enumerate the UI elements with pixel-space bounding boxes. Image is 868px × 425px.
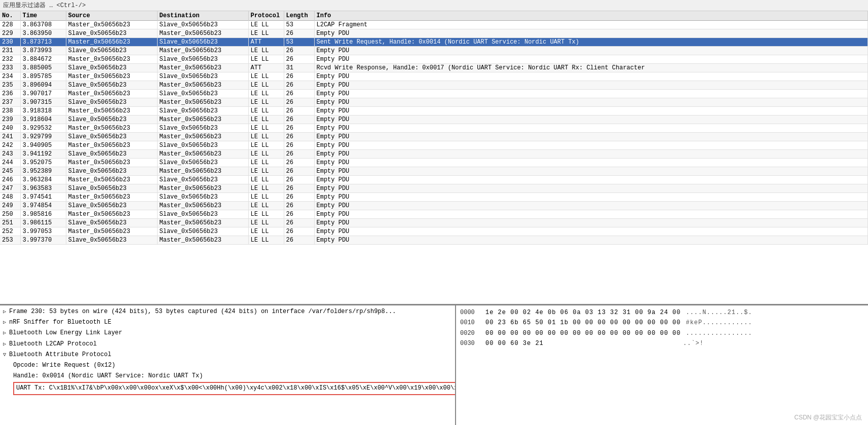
table-row[interactable]: 2293.863950Slave_0x50656b23Master_0x5065… bbox=[0, 29, 868, 38]
cell-proto: LE LL bbox=[248, 219, 284, 227]
cell-time: 3.940905 bbox=[20, 141, 66, 150]
cell-info: Sent Write Request, Handle: 0x0014 (Nord… bbox=[314, 38, 868, 47]
hex-bytes: 00 00 00 00 00 00 00 00 00 00 00 00 00 0… bbox=[485, 328, 681, 338]
table-row[interactable]: 2313.873993Slave_0x50656b23Master_0x5065… bbox=[0, 47, 868, 55]
cell-source: Slave_0x50656b23 bbox=[66, 81, 157, 90]
packet-tbody: 2283.863708Master_0x50656b23Slave_0x5065… bbox=[0, 21, 868, 245]
cell-proto: ATT bbox=[248, 38, 284, 47]
detail-line[interactable]: UART Tx: C\x1B1%\xI7&\bP\x00x\x00\x00ox\… bbox=[1, 381, 454, 395]
detail-line[interactable]: Bluetooth Low Energy Link Layer bbox=[1, 328, 454, 338]
cell-source: Master_0x50656b23 bbox=[66, 210, 157, 219]
table-row[interactable]: 2423.940905Master_0x50656b23Slave_0x5065… bbox=[0, 141, 868, 150]
cell-no: 248 bbox=[0, 193, 20, 202]
cell-source: Slave_0x50656b23 bbox=[66, 167, 157, 176]
cell-proto: LE LL bbox=[248, 184, 284, 193]
table-row[interactable]: 2393.918604Slave_0x50656b23Master_0x5065… bbox=[0, 115, 868, 124]
table-row[interactable]: 2523.997053Master_0x50656b23Slave_0x5065… bbox=[0, 227, 868, 236]
cell-no: 234 bbox=[0, 72, 20, 81]
cell-info: Empty PDU bbox=[314, 184, 868, 193]
detail-line[interactable]: Bluetooth L2CAP Protocol bbox=[1, 339, 454, 350]
hex-offset: 0010 bbox=[460, 318, 480, 328]
detail-line[interactable]: Handle: 0x0014 (Nordic UART Service: Nor… bbox=[1, 371, 454, 381]
detail-line[interactable]: Bluetooth Attribute Protocol bbox=[1, 350, 454, 360]
table-row[interactable]: 2343.895785Master_0x50656b23Slave_0x5065… bbox=[0, 72, 868, 81]
table-row[interactable]: 2433.941192Slave_0x50656b23Master_0x5065… bbox=[0, 150, 868, 159]
table-row[interactable]: 2503.985816Master_0x50656b23Slave_0x5065… bbox=[0, 210, 868, 219]
cell-proto: LE LL bbox=[248, 115, 284, 124]
cell-info: Empty PDU bbox=[314, 167, 868, 176]
cell-length: 26 bbox=[284, 236, 314, 245]
cell-source: Slave_0x50656b23 bbox=[66, 64, 157, 72]
table-row[interactable]: 2303.873713Master_0x50656b23Slave_0x5065… bbox=[0, 38, 868, 47]
cell-no: 251 bbox=[0, 219, 20, 227]
cell-proto: LE LL bbox=[248, 124, 284, 133]
table-row[interactable]: 2413.929799Slave_0x50656b23Master_0x5065… bbox=[0, 133, 868, 141]
cell-info: Empty PDU bbox=[314, 150, 868, 159]
cell-length: 26 bbox=[284, 176, 314, 184]
cell-dest: Slave_0x50656b23 bbox=[157, 210, 248, 219]
cell-length: 26 bbox=[284, 193, 314, 202]
detail-line[interactable]: Opcode: Write Request (0x12) bbox=[1, 360, 454, 371]
detail-line[interactable]: Frame 230: 53 bytes on wire (424 bits), … bbox=[1, 306, 454, 317]
table-row[interactable]: 2463.963284Master_0x50656b23Slave_0x5065… bbox=[0, 176, 868, 184]
cell-info: Empty PDU bbox=[314, 98, 868, 107]
cell-proto: LE LL bbox=[248, 29, 284, 38]
col-header-time: Time bbox=[20, 11, 66, 21]
cell-proto: LE LL bbox=[248, 141, 284, 150]
cell-no: 242 bbox=[0, 141, 20, 150]
cell-source: Master_0x50656b23 bbox=[66, 141, 157, 150]
cell-length: 26 bbox=[284, 72, 314, 81]
title-bar: 应用显示过滤器 … <Ctrl-/> bbox=[0, 0, 868, 11]
cell-dest: Slave_0x50656b23 bbox=[157, 38, 248, 47]
detail-line[interactable]: nRF Sniffer for Bluetooth LE bbox=[1, 317, 454, 328]
table-row[interactable]: 2483.974541Master_0x50656b23Slave_0x5065… bbox=[0, 193, 868, 202]
cell-dest: Master_0x50656b23 bbox=[157, 115, 248, 124]
table-row[interactable]: 2323.884672Master_0x50656b23Slave_0x5065… bbox=[0, 55, 868, 64]
cell-source: Slave_0x50656b23 bbox=[66, 184, 157, 193]
cell-dest: Slave_0x50656b23 bbox=[157, 124, 248, 133]
table-row[interactable]: 2513.986115Slave_0x50656b23Master_0x5065… bbox=[0, 219, 868, 227]
table-row[interactable]: 2443.952075Master_0x50656b23Slave_0x5065… bbox=[0, 159, 868, 167]
cell-dest: Master_0x50656b23 bbox=[157, 98, 248, 107]
table-row[interactable]: 2363.907017Master_0x50656b23Slave_0x5065… bbox=[0, 90, 868, 98]
table-row[interactable]: 2333.885005Slave_0x50656b23Master_0x5065… bbox=[0, 64, 868, 72]
cell-time: 3.952389 bbox=[20, 167, 66, 176]
cell-dest: Slave_0x50656b23 bbox=[157, 90, 248, 98]
cell-time: 3.918604 bbox=[20, 115, 66, 124]
table-row[interactable]: 2283.863708Master_0x50656b23Slave_0x5065… bbox=[0, 21, 868, 29]
cell-dest: Master_0x50656b23 bbox=[157, 202, 248, 210]
cell-proto: LE LL bbox=[248, 159, 284, 167]
cell-no: 249 bbox=[0, 202, 20, 210]
hex-pane[interactable]: 00001e 2e 00 02 4e 0b 06 0a 03 13 32 31 … bbox=[456, 305, 868, 425]
cell-time: 3.896094 bbox=[20, 81, 66, 90]
detail-pane[interactable]: Frame 230: 53 bytes on wire (424 bits), … bbox=[0, 305, 456, 425]
hex-offset: 0020 bbox=[460, 328, 480, 338]
table-row[interactable]: 2353.896094Slave_0x50656b23Master_0x5065… bbox=[0, 81, 868, 90]
table-row[interactable]: 2533.997370Slave_0x50656b23Master_0x5065… bbox=[0, 236, 868, 245]
hex-row: 002000 00 00 00 00 00 00 00 00 00 00 00 … bbox=[460, 328, 864, 338]
hex-content: 00001e 2e 00 02 4e 0b 06 0a 03 13 32 31 … bbox=[460, 307, 864, 349]
cell-dest: Slave_0x50656b23 bbox=[157, 193, 248, 202]
cell-proto: LE LL bbox=[248, 21, 284, 29]
table-row[interactable]: 2383.918318Master_0x50656b23Slave_0x5065… bbox=[0, 107, 868, 115]
table-row[interactable]: 2453.952389Slave_0x50656b23Master_0x5065… bbox=[0, 167, 868, 176]
cell-no: 236 bbox=[0, 90, 20, 98]
cell-proto: LE LL bbox=[248, 47, 284, 55]
table-row[interactable]: 2473.963583Slave_0x50656b23Master_0x5065… bbox=[0, 184, 868, 193]
cell-info: Empty PDU bbox=[314, 227, 868, 236]
table-row[interactable]: 2373.907315Slave_0x50656b23Master_0x5065… bbox=[0, 98, 868, 107]
cell-dest: Master_0x50656b23 bbox=[157, 47, 248, 55]
cell-dest: Slave_0x50656b23 bbox=[157, 141, 248, 150]
cell-dest: Master_0x50656b23 bbox=[157, 184, 248, 193]
packet-table: No. Time Source Destination Protocol Len… bbox=[0, 11, 868, 245]
cell-time: 3.974541 bbox=[20, 193, 66, 202]
cell-info: Empty PDU bbox=[314, 107, 868, 115]
packet-list[interactable]: No. Time Source Destination Protocol Len… bbox=[0, 11, 868, 305]
cell-info: Empty PDU bbox=[314, 29, 868, 38]
cell-source: Master_0x50656b23 bbox=[66, 227, 157, 236]
table-row[interactable]: 2493.974854Slave_0x50656b23Master_0x5065… bbox=[0, 202, 868, 210]
cell-time: 3.885005 bbox=[20, 64, 66, 72]
cell-proto: LE LL bbox=[248, 90, 284, 98]
table-row[interactable]: 2403.929532Master_0x50656b23Slave_0x5065… bbox=[0, 124, 868, 133]
cell-proto: LE LL bbox=[248, 176, 284, 184]
